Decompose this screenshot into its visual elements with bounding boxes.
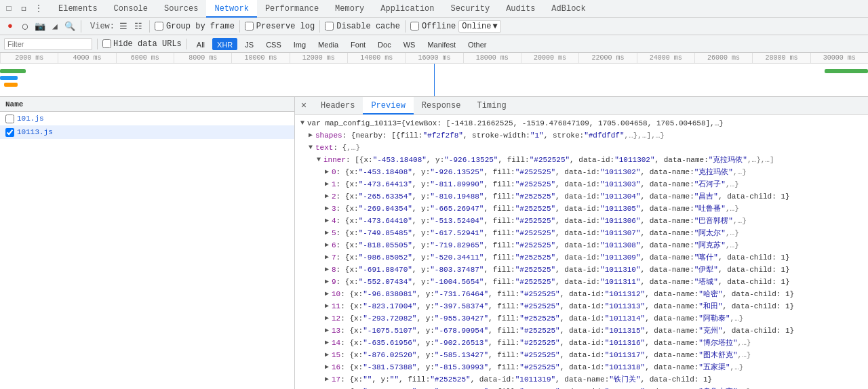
list-item[interactable]: ▶ 0 : {x: "-453.18408", y: "-926.13525",… <box>295 166 868 178</box>
tab-response[interactable]: Response <box>414 97 469 115</box>
tab-application[interactable]: Application <box>372 0 442 18</box>
expand-item-14-arrow[interactable]: ▶ <box>325 337 332 349</box>
hide-data-urls-checkbox[interactable] <box>102 39 111 48</box>
expand-item-18-arrow[interactable]: ▶ <box>325 386 332 389</box>
file-checkbox-10113[interactable] <box>5 128 14 137</box>
preserve-log-checkbox[interactable] <box>245 22 254 30</box>
list-item[interactable]: ▶ 3 : {x: "-269.04354", y: "-665.26947",… <box>295 203 868 215</box>
json-inner-line[interactable]: ▼ inner : [{x: "-453.18408" , y: "-926.1… <box>295 154 868 166</box>
expand-item-8-arrow[interactable]: ▶ <box>325 264 332 276</box>
filter-input[interactable] <box>4 38 92 50</box>
filter-xhr-btn[interactable]: XHR <box>212 38 237 50</box>
list-item[interactable]: ▶ 14 : {x: "-635.61956", y: "-902.26513"… <box>295 337 868 349</box>
online-dropdown[interactable]: Online ▼ <box>458 20 500 33</box>
device-icon[interactable]: ◻ <box>18 3 30 15</box>
file-name-101[interactable]: 101.js <box>17 115 44 123</box>
tab-headers[interactable]: Headers <box>313 97 363 115</box>
offline-label[interactable]: Offline <box>422 22 456 31</box>
stop-icon[interactable]: ◯ <box>19 20 31 33</box>
filter-all-btn[interactable]: All <box>192 38 210 50</box>
list-item[interactable]: ▶ 15 : {x: "-876.02520", y: "-585.13427"… <box>295 349 868 361</box>
offline-checkbox[interactable] <box>410 22 419 30</box>
tab-security[interactable]: Security <box>443 0 498 18</box>
disable-cache-checkbox[interactable] <box>325 22 334 30</box>
grid-view-icon[interactable]: ☷ <box>132 20 144 33</box>
json-root-line[interactable]: ▼ var map_config_10113={viewBox: [-1418.… <box>295 117 868 129</box>
expand-item-15-arrow[interactable]: ▶ <box>325 349 332 361</box>
hide-data-urls-label[interactable]: Hide data URLs <box>113 39 182 49</box>
list-item[interactable]: 10113.js <box>0 125 294 139</box>
inspect-icon[interactable]: □ <box>3 3 15 15</box>
expand-item-2-arrow[interactable]: ▶ <box>325 190 332 203</box>
list-item[interactable]: ▶ 1 : {x: "-473.64413", y: "-811.89990",… <box>295 178 868 190</box>
tab-performance[interactable]: Performance <box>257 0 327 18</box>
disable-cache-label[interactable]: Disable cache <box>336 22 400 31</box>
group-by-frame-label[interactable]: Group by frame <box>166 22 235 31</box>
expand-root-arrow[interactable]: ▼ <box>300 117 307 129</box>
expand-item-9-arrow[interactable]: ▶ <box>325 276 332 288</box>
close-preview-btn[interactable]: × <box>295 97 313 115</box>
group-by-frame-checkbox[interactable] <box>155 22 163 30</box>
filter-media-btn[interactable]: Media <box>313 38 343 50</box>
json-shapes-line[interactable]: ▶ shapes : {nearby: [{fill: "#f2f2f8" , … <box>295 129 868 142</box>
tab-timing[interactable]: Timing <box>469 97 514 115</box>
tab-network[interactable]: Network <box>206 0 256 18</box>
tab-memory[interactable]: Memory <box>327 0 372 18</box>
list-view-icon[interactable]: ☰ <box>117 20 130 33</box>
filter-img-btn[interactable]: Img <box>289 38 311 50</box>
list-item[interactable]: ▶ 7 : {x: "-986.85052", y: "-520.34411",… <box>295 251 868 264</box>
expand-shapes-arrow[interactable]: ▶ <box>309 129 315 142</box>
expand-item-17-arrow[interactable]: ▶ <box>325 373 332 386</box>
tab-sources[interactable]: Sources <box>156 0 206 18</box>
expand-item-13-arrow[interactable]: ▶ <box>325 325 332 337</box>
search-icon[interactable]: 🔍 <box>64 20 76 33</box>
list-item[interactable]: ▶ 4 : {x: "-473.64410", y: "-513.52404",… <box>295 215 868 227</box>
list-item[interactable]: ▶ 16 : {x: "-381.57388", y: "-815.30993"… <box>295 361 868 373</box>
filter-other-btn[interactable]: Other <box>463 38 492 50</box>
json-text-line[interactable]: ▼ text : { ,…} <box>295 142 868 154</box>
expand-item-12-arrow[interactable]: ▶ <box>325 312 332 325</box>
filter-css-btn[interactable]: CSS <box>261 38 286 50</box>
filter-manifest-btn[interactable]: Manifest <box>422 38 460 50</box>
filter-js-btn[interactable]: JS <box>240 38 258 50</box>
expand-item-11-arrow[interactable]: ▶ <box>325 300 332 312</box>
expand-item-4-arrow[interactable]: ▶ <box>325 215 332 227</box>
expand-inner-arrow[interactable]: ▼ <box>317 154 323 166</box>
filter-font-btn[interactable]: Font <box>346 38 370 50</box>
expand-item-3-arrow[interactable]: ▶ <box>325 203 332 215</box>
tab-audits[interactable]: Audits <box>498 0 543 18</box>
list-item[interactable]: ▶ 2 : {x: "-265.63354", y: "-810.19488",… <box>295 190 868 203</box>
file-name-10113[interactable]: 10113.js <box>17 128 53 136</box>
list-item[interactable]: ▶ 6 : {x: "-818.05505", y: "-719.82965",… <box>295 239 868 251</box>
filter-icon[interactable]: ◢ <box>49 20 61 33</box>
list-item[interactable]: ▶ 9 : {x: "-552.07434", y: "-1004.5654",… <box>295 276 868 288</box>
tab-preview[interactable]: Preview <box>363 97 413 115</box>
list-item[interactable]: ▶ 8 : {x: "-691.88470", y: "-803.37487",… <box>295 264 868 276</box>
list-item[interactable]: ▶ 10 : {x: "-96.838081", y: "-731.76464"… <box>295 288 868 300</box>
list-item[interactable]: ▶ 17 : {x: "", y: "", fill: "#252525", d… <box>295 373 868 386</box>
list-item[interactable]: 101.js <box>0 112 294 125</box>
expand-item-10-arrow[interactable]: ▶ <box>325 288 332 300</box>
list-item[interactable]: ▶ 5 : {x: "-749.85485", y: "-617.52941",… <box>295 227 868 239</box>
timeline-content[interactable] <box>0 64 868 97</box>
list-item[interactable]: ▶ 13 : {x: "-1075.5107", y: "-678.90954"… <box>295 325 868 337</box>
expand-item-1-arrow[interactable]: ▶ <box>325 178 332 190</box>
camera-icon[interactable]: 📷 <box>34 20 46 33</box>
preserve-log-label[interactable]: Preserve log <box>256 22 315 31</box>
tab-adblock[interactable]: AdBlock <box>543 0 593 18</box>
expand-item-5-arrow[interactable]: ▶ <box>325 227 332 239</box>
expand-item-16-arrow[interactable]: ▶ <box>325 361 332 373</box>
list-item[interactable]: ▶ 11 : {x: "-823.17004", y: "-397.58374"… <box>295 300 868 312</box>
expand-item-6-arrow[interactable]: ▶ <box>325 239 332 251</box>
tab-elements[interactable]: Elements <box>50 0 106 18</box>
file-checkbox-101[interactable] <box>5 115 14 123</box>
list-item[interactable]: ▶ 18 : {x: "-384.98388", y: "-702.77960"… <box>295 386 868 389</box>
expand-item-0-arrow[interactable]: ▶ <box>325 166 332 178</box>
more-icon[interactable]: ⋮ <box>33 3 45 15</box>
filter-ws-btn[interactable]: WS <box>399 38 420 50</box>
expand-item-7-arrow[interactable]: ▶ <box>325 251 332 264</box>
record-icon[interactable]: ● <box>4 20 16 33</box>
list-item[interactable]: ▶ 12 : {x: "-293.72082", y: "-955.30427"… <box>295 312 868 325</box>
filter-doc-btn[interactable]: Doc <box>373 38 396 50</box>
tab-console[interactable]: Console <box>106 0 156 18</box>
